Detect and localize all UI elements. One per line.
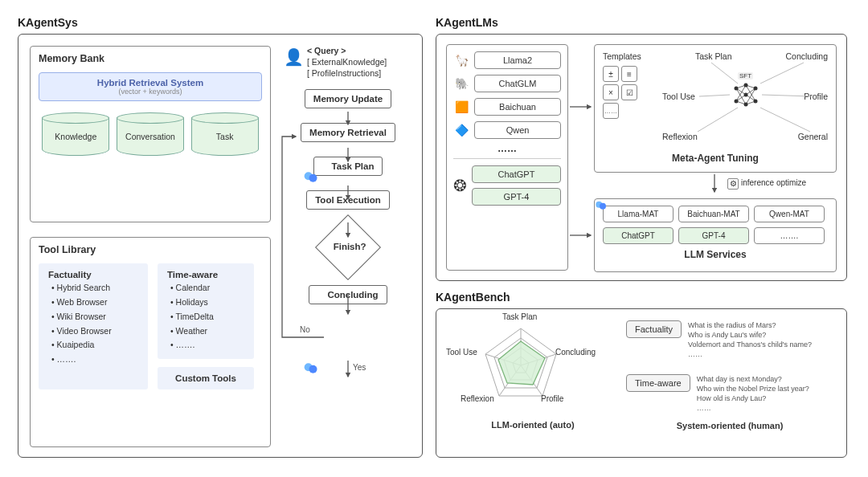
- list-item: Who win the Nobel Prize last year?: [697, 384, 809, 393]
- list-item: What is the radius of Mars?: [688, 320, 812, 330]
- kagentbench-panel: Task Plan Concluding Profile Reflexion T…: [436, 308, 847, 458]
- svg-line-20: [736, 85, 746, 101]
- flow-no-label: No: [300, 325, 310, 334]
- bench-right-caption: System-oriented (human): [626, 421, 833, 430]
- svg-line-33: [698, 108, 738, 132]
- svg-line-30: [760, 63, 804, 84]
- svg-line-25: [746, 88, 755, 104]
- sft-node: SFT: [731, 80, 760, 109]
- tuning-reflexion-label: Reflexion: [662, 132, 698, 141]
- list-item: Weather: [167, 324, 244, 339]
- service-pill: Qwen-MAT: [754, 206, 825, 222]
- service-pill: GPT-4: [678, 227, 749, 244]
- model-pill: Qwen: [474, 121, 561, 139]
- timeaware-list: CalendarHolidaysTimeDeltaWeather…….: [167, 281, 244, 353]
- memory-bank-title: Memory Bank: [39, 53, 262, 64]
- model-row: 🟧Baichuan: [453, 98, 561, 116]
- svg-line-28: [746, 101, 755, 104]
- tuning-footer: Meta-Agent Tuning: [603, 153, 828, 164]
- svg-point-12: [744, 84, 748, 88]
- service-pill: …….: [754, 227, 825, 244]
- bench-timeaware-label: Time-aware: [626, 374, 690, 392]
- query-label: < Query >: [307, 46, 387, 55]
- svg-point-36: [596, 202, 602, 208]
- list-item: Hybrid Search: [48, 281, 138, 296]
- svg-line-34: [760, 108, 810, 132]
- openai-icon: ❂: [453, 176, 467, 195]
- list-item: Calendar: [167, 281, 244, 296]
- sft-badge: SFT: [738, 72, 753, 80]
- kagentlms-panel: 🦙Llama2🐘ChatGLM🟧Baichuan🔷Qwen …… ❂ ChatG…: [436, 34, 847, 281]
- list-item: Wiki Browser: [48, 310, 138, 324]
- svg-line-18: [736, 88, 746, 95]
- timeaware-group: Time-aware CalendarHolidaysTimeDeltaWeat…: [158, 263, 254, 359]
- list-item: …….: [48, 353, 138, 367]
- service-pill: Llama-MAT: [603, 206, 674, 222]
- svg-point-14: [744, 103, 748, 107]
- svg-line-26: [746, 85, 755, 101]
- svg-point-3: [309, 365, 317, 373]
- tuning-concluding-label: Concluding: [785, 51, 828, 61]
- external-knowledge-label: [ ExternalKnowledge]: [307, 57, 387, 67]
- open-models-list: 🦙Llama2🐘ChatGLM🟧Baichuan🔷Qwen: [453, 51, 561, 139]
- list-item: Voldemort and Thanos's child's name?: [688, 340, 812, 349]
- model-icon: 🦙: [453, 54, 469, 67]
- flow-task-plan: Task Plan: [313, 157, 383, 176]
- cylinder-knowledge: Knowledge: [42, 112, 109, 156]
- tuning-panel: ± × …… ≡ ☑ Templates Task Plan Concludin…: [594, 44, 837, 173]
- tuning-taskplan-label: Task Plan: [695, 51, 732, 61]
- svg-line-31: [699, 95, 730, 96]
- svg-marker-42: [504, 348, 538, 380]
- list-item: Holidays: [167, 296, 244, 310]
- model-gpt4: GPT-4: [472, 188, 561, 206]
- svg-point-13: [744, 93, 748, 97]
- factuality-group: Factuality Hybrid SearchWeb BrowserWiki …: [39, 263, 148, 389]
- service-pill: ChatGPT: [603, 227, 674, 244]
- flow-column: 👤 < Query > [ ExternalKnowledge] [ Profi…: [284, 46, 412, 304]
- list-item: TimeDelta: [167, 310, 244, 324]
- kagentlms-title: KAgentLMs: [436, 16, 498, 29]
- svg-line-45: [521, 354, 556, 365]
- svg-marker-41: [494, 338, 547, 388]
- model-chatgpt: ChatGPT: [472, 165, 561, 183]
- inference-optimize-label: ⚙ inference optimize: [727, 178, 806, 190]
- flow-yes-label: Yes: [353, 363, 366, 372]
- svg-point-15: [754, 87, 758, 91]
- profile-instructions-label: [ ProfileInstructions]: [307, 68, 387, 78]
- svg-line-47: [499, 365, 521, 396]
- tuning-general-label: General: [798, 132, 828, 141]
- services-grid: Llama-MATBaichuan-MATQwen-MATChatGPTGPT-…: [603, 206, 828, 244]
- radar-label-taskplan: Task Plan: [502, 312, 537, 321]
- svg-line-27: [746, 95, 755, 101]
- radar-label-reflexion: Reflexion: [461, 394, 494, 403]
- model-row: 🐘ChatGLM: [453, 75, 561, 92]
- model-icon: 🟧: [453, 100, 469, 113]
- bench-factuality-label: Factuality: [626, 320, 682, 338]
- svg-line-22: [736, 101, 746, 104]
- tool-library-panel: Tool Library Factuality Hybrid SearchWeb…: [30, 237, 271, 447]
- svg-line-24: [746, 88, 755, 95]
- model-icon: 🔷: [453, 124, 469, 137]
- flow-tool-execution: Tool Execution: [306, 190, 390, 210]
- radar-label-concluding: Concluding: [555, 348, 596, 357]
- templates-group: ± × …… ≡ ☑: [603, 66, 637, 119]
- factuality-list: Hybrid SearchWeb BrowserWiki BrowserVide…: [48, 281, 138, 367]
- models-dots: ……: [453, 143, 561, 154]
- cylinder-conversation: Conversation: [117, 112, 184, 156]
- svg-point-16: [754, 100, 758, 104]
- svg-line-23: [746, 85, 755, 88]
- kagentsys-title: KAgentSys: [18, 16, 78, 29]
- model-pill: ChatGLM: [474, 75, 561, 92]
- flow-finish-decision: Finish?: [315, 214, 381, 280]
- bench-timeaware-questions: What day is next Monday?Who win the Nobe…: [697, 374, 809, 414]
- model-pill: Llama2: [474, 51, 561, 69]
- svg-line-48: [485, 354, 521, 365]
- tuning-profile-label: Profile: [804, 92, 828, 101]
- list-item: …….: [167, 338, 244, 353]
- optimize-icon: ⚙: [727, 178, 739, 190]
- list-item: Video Browser: [48, 324, 138, 339]
- radar-label-profile: Profile: [541, 394, 563, 403]
- list-item: What day is next Monday?: [697, 374, 809, 384]
- model-icon: 🐘: [453, 77, 469, 90]
- services-panel: Llama-MATBaichuan-MATQwen-MATChatGPTGPT-…: [594, 198, 837, 272]
